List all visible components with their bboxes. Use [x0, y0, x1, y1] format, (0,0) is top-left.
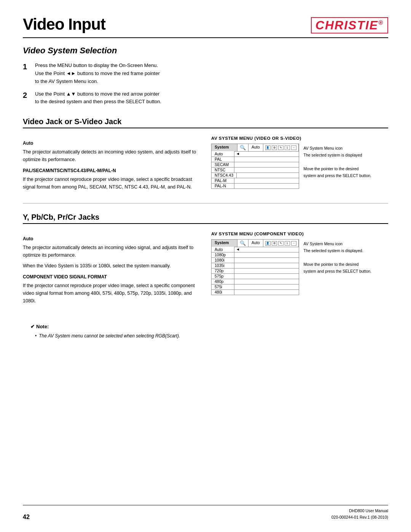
mb-item-1080p: 1080p — [212, 252, 234, 257]
cv-note-line3: Move the pointer to the desired — [304, 261, 371, 268]
video-jack-section: Video Jack or S-Video Jack Auto The proj… — [23, 117, 388, 194]
cv-note-line1: AV System Menu icon — [304, 241, 371, 248]
pal-text: If the projector cannot reproduce proper… — [23, 176, 200, 191]
step-1-text: Press the MENU button to display the On-… — [35, 62, 160, 85]
mh-auto-2: Auto — [249, 240, 263, 247]
av-notes-1: AV System Menu icon The selected system … — [304, 145, 371, 179]
christie-logo: CHRISTIE® — [311, 17, 388, 34]
mh-icon-2: 🔍 — [237, 240, 249, 247]
cv-note-line2: The selected system is displayed. — [304, 248, 371, 254]
av-notes-2: AV System Menu icon The selected system … — [304, 241, 371, 275]
mb-item-575i: 575i — [212, 284, 234, 289]
menu-row-480p: 480p — [211, 279, 299, 284]
step-2-number: 2 — [23, 90, 30, 100]
menu-row-575i: 575i — [211, 284, 299, 290]
av-note-line4: system and press the SELECT button. — [304, 173, 371, 179]
video-system-selection-section: Video System Selection 1 Press the MENU … — [23, 46, 388, 106]
mb-item-palm: PAL-M — [212, 178, 234, 183]
av-note-line3: Move the pointer to the desired — [304, 166, 371, 173]
mh-icons-1: 👤 ⚙ ✎ 1 → — [263, 144, 299, 151]
auto-text-2a: The projector automatically detects an i… — [23, 244, 200, 259]
mb-item-720p: 720p — [212, 268, 234, 273]
icon-num-2: 1 — [285, 241, 290, 246]
step-2: 2 Use the Point ▲▼ buttons to move the r… — [23, 90, 388, 106]
video-jack-two-col: Auto The projector automatically detects… — [23, 136, 388, 194]
logo-text: CHRISTIE® — [311, 17, 388, 34]
step-2-text: Use the Point ▲▼ buttons to move the red… — [35, 90, 161, 106]
menu-row-paln: PAL-N — [211, 183, 299, 189]
icon-settings-2: ⚙ — [272, 241, 277, 246]
auto-text-2b: When the Video System is 1035i or 1080i,… — [23, 262, 200, 270]
menu-row-pal: PAL — [211, 157, 299, 162]
comp-text: If the projector cannot reproduce proper… — [23, 282, 200, 305]
icon-arrow: → — [291, 145, 296, 150]
auto-text-1: The projector automatically detects an i… — [23, 148, 200, 163]
video-jack-left: Auto The projector automatically detects… — [23, 136, 200, 194]
mb-item-1035i: 1035i — [212, 263, 234, 268]
mb-item-480i: 480i — [212, 289, 234, 295]
component-right: AV SYSTEM MENU (COMPONENT VIDEO) System … — [211, 232, 388, 308]
av-label-1: AV SYSTEM MENU (VIDEO OR S-VIDEO) — [211, 136, 388, 141]
footer-page-number: 42 — [23, 514, 30, 521]
menu-row-1035i: 1035i — [211, 263, 299, 268]
mb-item-575p: 575p — [212, 273, 234, 279]
mb-item-ntsc: NTSC — [212, 167, 234, 173]
mb-arrow-auto-2: ◄ — [234, 247, 241, 252]
video-jack-right: AV SYSTEM MENU (VIDEO OR S-VIDEO) System… — [211, 136, 388, 194]
mh-system-1: System — [212, 144, 237, 151]
logo-brand: CHRISTIE — [315, 18, 378, 32]
menu-row-palm: PAL-M — [211, 178, 299, 184]
icon-arrow-2: → — [291, 241, 296, 246]
section-title-video-system: Video System Selection — [23, 46, 388, 56]
menu-row-480i: 480i — [211, 289, 299, 295]
footer-doc-line2: 020-000244-01 Rev.1 (08-2010) — [331, 514, 388, 521]
av-diagram-2: System 🔍 Auto 👤 ⚙ ✎ 1 → — [211, 239, 299, 295]
icon-settings: ⚙ — [272, 145, 277, 150]
auto-subtitle-1: Auto — [23, 141, 200, 146]
av-note-line1: AV System Menu icon — [304, 145, 371, 152]
mh-auto-1: Auto — [249, 144, 263, 151]
mb-item-auto-2: Auto — [212, 247, 234, 252]
av-note-line2: The selected system is displayed — [304, 152, 371, 159]
component-video-title: Y, Pb/Cb, Pr/Cr Jacks — [23, 213, 388, 224]
component-left: Auto The projector automatically detects… — [23, 232, 200, 308]
footer-doc-info: DHD800 User Manual 020-000244-01 Rev.1 (… — [331, 508, 388, 521]
video-jack-title: Video Jack or S-Video Jack — [23, 117, 388, 128]
pal-subtitle: PAL/SECAM/NTSC/NTSC4.43/PAL-M/PAL-N — [23, 168, 200, 173]
av-menu-container-1: System 🔍 Auto 👤 ⚙ ✎ 1 → — [211, 144, 388, 189]
mb-item-ntsc443: NTSC4.43 — [212, 173, 237, 178]
mb-arrow-auto: ◄ — [234, 151, 241, 157]
mh-system-2: System — [212, 240, 237, 247]
mb-item-secam: SECAM — [212, 162, 234, 167]
menu-row-auto-2: Auto ◄ — [211, 247, 299, 252]
logo-reg: ® — [378, 19, 384, 26]
mh-icons-2: 👤 ⚙ ✎ 1 → — [263, 240, 299, 247]
menu-row-auto-1: Auto ◄ — [211, 151, 299, 157]
menu-header-1: System 🔍 Auto 👤 ⚙ ✎ 1 → — [211, 144, 299, 152]
step-2-line-1: Use the Point ▲▼ buttons to move the red… — [35, 91, 159, 97]
step-2-line-2: to the desired system and then press the… — [35, 99, 161, 104]
icon-edit-2: ✎ — [278, 241, 284, 246]
cv-note-line4: system and press the SELECT button. — [304, 268, 371, 275]
icon-person: 👤 — [265, 145, 271, 150]
page: Video Input CHRISTIE® Video System Selec… — [0, 0, 411, 532]
av-label-2: AV SYSTEM MENU (COMPONENT VIDEO) — [211, 232, 388, 236]
menu-header-2: System 🔍 Auto 👤 ⚙ ✎ 1 → — [211, 239, 299, 247]
mb-item-pal: PAL — [212, 157, 234, 162]
mb-item-480p: 480p — [212, 279, 234, 284]
comp-subtitle: COMPONENT VIDEO SIGNAL FORMAT — [23, 274, 200, 280]
page-title: Video Input — [23, 15, 105, 34]
note-item: The AV System menu cannot be selected wh… — [30, 332, 381, 340]
menu-row-575p: 575p — [211, 273, 299, 279]
mb-item-paln: PAL-N — [212, 183, 234, 189]
step-1: 1 Press the MENU button to display the O… — [23, 62, 388, 85]
mb-item-auto: Auto — [212, 151, 234, 157]
menu-row-720p: 720p — [211, 268, 299, 274]
component-video-section: Y, Pb/Cb, Pr/Cr Jacks Auto The projector… — [23, 213, 388, 308]
step-1-number: 1 — [23, 62, 30, 72]
menu-row-1080p: 1080p — [211, 252, 299, 258]
mb-item-1080i: 1080i — [212, 257, 234, 263]
page-footer: 42 DHD800 User Manual 020-000244-01 Rev.… — [23, 505, 388, 521]
step-1-line-2: Use the Point ◄► buttons to move the red… — [35, 70, 160, 76]
note-title: Note: — [30, 324, 381, 329]
